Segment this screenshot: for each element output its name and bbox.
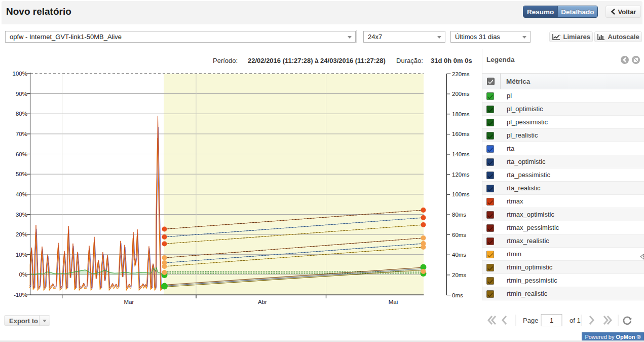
svg-text:of 1: of 1 [570,317,581,324]
svg-text:20ms: 20ms [452,272,466,278]
svg-text:100%: 100% [13,71,27,77]
svg-text:60ms: 60ms [452,232,466,238]
svg-text:1: 1 [550,317,553,324]
svg-text:160ms: 160ms [452,131,470,137]
svg-text:180ms: 180ms [452,111,470,117]
svg-text:Abr: Abr [258,299,267,305]
svg-text:0%: 0% [19,271,27,278]
svg-text:40ms: 40ms [452,252,466,258]
svg-text:Mai: Mai [389,299,398,305]
svg-text:-10%: -10% [14,292,27,298]
svg-text:120ms: 120ms [452,172,470,178]
svg-text:40%: 40% [16,191,27,197]
svg-text:80%: 80% [16,111,27,117]
svg-text:Page: Page [523,317,538,324]
svg-text:50%: 50% [16,171,27,177]
svg-text:10%: 10% [16,252,27,258]
svg-text:30%: 30% [16,212,27,218]
svg-text:60%: 60% [16,151,27,157]
svg-text:220ms: 220ms [452,71,470,77]
svg-text:200ms: 200ms [452,91,470,97]
svg-text:140ms: 140ms [452,151,470,157]
svg-text:80ms: 80ms [452,212,466,218]
svg-text:0ms: 0ms [452,292,463,298]
svg-text:70%: 70% [16,131,27,137]
svg-text:20%: 20% [16,231,27,237]
svg-text:90%: 90% [16,91,27,97]
svg-text:100ms: 100ms [452,191,470,197]
svg-text:Mar: Mar [124,299,134,305]
